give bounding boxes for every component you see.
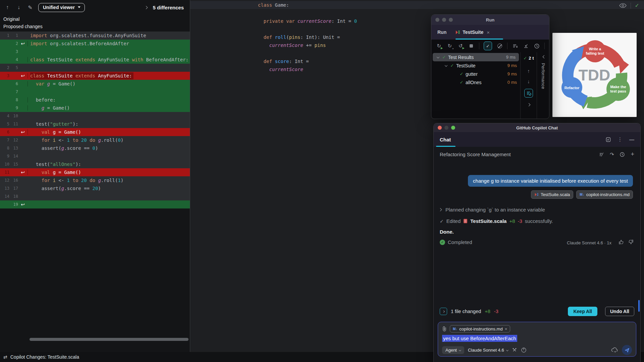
tab-chat[interactable]: Chat <box>440 137 451 142</box>
diff-line[interactable]: 6 var g = Game() <box>0 80 190 88</box>
rerun-tests-icon[interactable]: ↻▶ <box>436 43 442 49</box>
next-difference-icon[interactable]: ↓ <box>15 4 22 10</box>
attachment-chip[interactable]: M↓copilot-instructions.md <box>576 190 633 199</box>
show-passed-icon[interactable]: ✓ <box>484 42 492 50</box>
model-dropdown[interactable]: Claude Sonnet 4.6 <box>468 348 508 353</box>
close-window-button[interactable] <box>438 126 442 130</box>
edit-icon[interactable]: ✎ <box>27 4 34 11</box>
diff-line[interactable]: 11import org.scalatest.funsuite.AnyFunSu… <box>0 32 190 40</box>
scrollbar-thumb[interactable] <box>30 338 189 341</box>
undo-change-icon[interactable]: ↩ <box>18 40 28 47</box>
editor-line[interactable]: private var currentScore: Int = 0 <box>190 17 644 25</box>
diff-line[interactable]: 25 <box>0 64 190 72</box>
test-tree-row[interactable]: ✓Test Results9 ms <box>433 53 519 61</box>
minimize-window-button[interactable] <box>442 18 446 22</box>
zoom-window-button[interactable] <box>451 126 455 130</box>
open-in-editor-icon[interactable] <box>606 137 611 142</box>
diff-line[interactable]: 1418 <box>0 192 190 200</box>
attachment-chip[interactable]: TestSuite.scala <box>531 190 573 199</box>
minimize-panel-icon[interactable]: — <box>629 137 634 142</box>
diff-line[interactable]: 813 assert(g.score == 0) <box>0 144 190 152</box>
rerun-failed-tests-icon[interactable]: ↻● <box>446 43 453 49</box>
diff-line[interactable]: 9 g = Game() <box>0 104 190 112</box>
tab-run[interactable]: Run <box>437 29 446 35</box>
reader-mode-eye-icon[interactable] <box>619 3 627 8</box>
editor-line[interactable] <box>190 9 644 17</box>
close-tab-icon[interactable]: × <box>487 29 490 35</box>
diff-line[interactable]: 712 for i <- 1 to 20 do g.roll(0) <box>0 136 190 144</box>
diff-line[interactable]: 11↩ val g = Game() <box>0 168 190 176</box>
editor-line[interactable]: class Game: <box>190 1 644 9</box>
horizontal-scrollbar[interactable] <box>30 338 189 341</box>
diff-line[interactable]: 3↩class TestSuite extends AnyFunSuite: <box>0 72 190 80</box>
diff-line[interactable]: 6↩ val g = Game() <box>0 128 190 136</box>
toggle-auto-test-icon[interactable]: ↻▶ <box>458 43 464 49</box>
test-history-icon[interactable] <box>534 43 540 49</box>
run-window-titlebar[interactable]: Run <box>431 15 549 25</box>
status-bar-text[interactable]: Copilot Changes: TestSuite.scala <box>10 354 79 360</box>
stop-icon[interactable] <box>468 43 475 49</box>
diff-line[interactable]: 2↩import org.scalatest.BeforeAndAfter <box>0 40 190 48</box>
chat-window-titlebar[interactable]: GitHub Copilot Chat <box>434 123 640 132</box>
close-window-button[interactable] <box>435 18 439 22</box>
thumbs-up-icon[interactable] <box>619 239 624 245</box>
undo-change-icon[interactable]: ↩ <box>18 169 28 176</box>
inspections-ok-icon[interactable]: ✓ <box>635 2 639 9</box>
thumbs-down-icon[interactable] <box>628 239 634 245</box>
input-attachment-chip[interactable]: M↓ copilot-instructions.md × <box>450 325 510 333</box>
tab-testsuite[interactable]: TestSuite × <box>455 29 490 35</box>
diff-line[interactable]: 19↩ <box>0 200 190 208</box>
previous-occurrence-icon[interactable]: ↑ <box>527 68 530 74</box>
undo-all-button[interactable]: Undo All <box>605 307 634 316</box>
send-button[interactable] <box>622 345 632 355</box>
diff-line[interactable]: 914 <box>0 152 190 160</box>
attach-context-icon[interactable] <box>599 152 604 157</box>
test-tree-row[interactable]: ✓allOnes0 ms <box>431 78 520 86</box>
keep-all-button[interactable]: Keep All <box>568 307 597 316</box>
mode-dropdown[interactable]: Agent <box>442 346 464 354</box>
cloud-sync-icon[interactable] <box>611 347 618 353</box>
minimize-window-button[interactable] <box>444 126 448 130</box>
sort-tests-icon[interactable] <box>512 43 518 49</box>
viewer-mode-dropdown[interactable]: Unified viewer <box>38 3 85 12</box>
remove-attachment-icon[interactable]: × <box>505 326 507 331</box>
diff-line[interactable]: 1216 for i <- 1 to 20 do g.roll(1) <box>0 176 190 184</box>
diff-line[interactable]: 1317 assert(g.score == 20) <box>0 184 190 192</box>
paperclip-icon[interactable] <box>442 326 447 331</box>
test-tree-row[interactable]: ✓gutter9 ms <box>431 70 520 78</box>
diff-line[interactable]: 1015 test("allOnes"): <box>0 160 190 168</box>
panel-divider[interactable] <box>190 0 190 352</box>
diff-line[interactable]: 4class TestSuite extends AnyFunSuite wit… <box>0 56 190 64</box>
editor-line[interactable] <box>190 25 644 33</box>
diff-line[interactable]: 511 test("gutter"): <box>0 120 190 128</box>
sort-by-duration-icon[interactable] <box>524 89 533 98</box>
edited-file-name[interactable]: TestSuite.scala <box>470 218 506 224</box>
expand-changes-icon[interactable] <box>440 308 447 315</box>
previous-difference-icon[interactable]: ↑ <box>4 4 11 10</box>
tools-icon[interactable] <box>512 347 517 353</box>
diff-line[interactable]: 7 <box>0 88 190 96</box>
diff-line[interactable]: 3 <box>0 48 190 56</box>
show-ignored-icon[interactable] <box>496 43 503 49</box>
history-icon[interactable] <box>620 152 625 157</box>
undo-change-icon[interactable]: ↩ <box>18 201 28 208</box>
more-options-icon[interactable]: ⋮ <box>618 136 623 142</box>
chevron-right-icon[interactable] <box>145 6 148 9</box>
next-occurrence-icon[interactable]: ↓ <box>527 78 530 84</box>
planned-step[interactable]: Planned changing `g` to an instance vari… <box>439 207 545 213</box>
import-test-results-icon[interactable] <box>523 43 529 49</box>
chat-input-field[interactable]: yes but use BeforeAndAfterEach <box>442 336 632 341</box>
zoom-window-button[interactable] <box>449 18 453 22</box>
chevron-down-icon[interactable] <box>443 65 449 66</box>
chevron-left-icon[interactable] <box>543 55 546 59</box>
usage-gauge-icon[interactable] <box>521 347 527 353</box>
chevron-right-icon[interactable] <box>527 103 530 107</box>
test-tree-row[interactable]: ✓TestSuite9 ms <box>431 61 520 70</box>
undo-change-icon[interactable]: ↩ <box>18 128 28 136</box>
undo-change-icon[interactable]: ↩ <box>18 72 28 79</box>
chevron-down-icon[interactable] <box>435 57 441 58</box>
chat-input-box[interactable]: M↓ copilot-instructions.md × yes but use… <box>438 322 636 357</box>
performance-tab[interactable]: Performance <box>541 63 546 89</box>
diff-line[interactable]: 410 <box>0 112 190 120</box>
diff-line[interactable]: 8 before: <box>0 96 190 104</box>
